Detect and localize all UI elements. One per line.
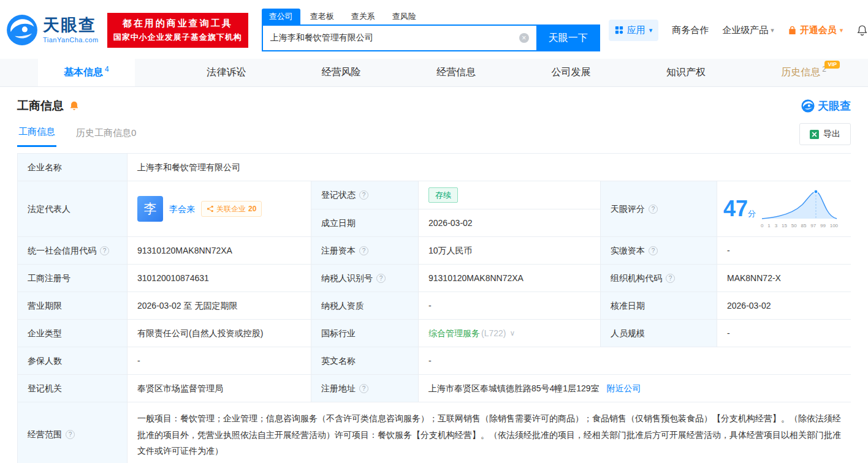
- business-scope-value: 一般项目：餐饮管理；企业管理；信息咨询服务（不含许可类信息咨询服务）；互联网销售…: [127, 402, 851, 463]
- related-companies-badge[interactable]: 关联企业 20: [201, 201, 262, 217]
- help-icon[interactable]: ?: [359, 190, 368, 200]
- reg-capital-value: 10万人民币: [418, 237, 600, 264]
- tab-intellectual-property[interactable]: 知识产权: [663, 59, 709, 86]
- tianyancha-watermark-text: 天眼查: [818, 99, 851, 113]
- vip-upgrade-label: 开通会员: [800, 24, 837, 36]
- tab-company-development[interactable]: 公司发展: [547, 59, 594, 86]
- table-row: 工商注册号 310120010874631 纳税人识别号? 91310120MA…: [18, 264, 850, 292]
- notifications-bell-icon[interactable]: [856, 24, 868, 36]
- tab-history-info-label: 历史信息: [781, 66, 820, 79]
- clear-icon[interactable]: ×: [519, 33, 529, 43]
- tab-history-info[interactable]: 历史信息 2 VIP: [777, 59, 830, 86]
- nav-enterprise[interactable]: 企业级产品 ▾: [722, 24, 774, 36]
- company-type-value: 有限责任公司(自然人投资或控股): [127, 320, 311, 347]
- nearby-companies-link[interactable]: 附近公司: [607, 382, 641, 395]
- help-icon[interactable]: ?: [666, 274, 675, 283]
- reg-authority-value: 奉贤区市场监督管理局: [127, 375, 311, 402]
- approval-date-value: 2026-03-02: [717, 292, 851, 319]
- industry-code: (L722): [481, 327, 506, 340]
- org-code-value: MAK8NN72-X: [717, 265, 851, 292]
- table-row: 企业名称 上海李和餐饮管理有限公司: [18, 154, 850, 181]
- establish-date-value: 2026-03-02: [418, 209, 600, 236]
- tianyancha-watermark: 天眼查: [801, 99, 851, 113]
- table-row: 营业期限 2026-03-02 至 无固定期限 纳税人资质 - 核准日期 202…: [18, 292, 850, 319]
- industry-name: 综合管理服务: [428, 327, 480, 340]
- search-button[interactable]: 天眼一下: [536, 24, 600, 51]
- site-header: 天眼查 TianYanCha.com 都在用的商业查询工具 国家中小企业发展子基…: [0, 0, 868, 59]
- business-scope-label: 经营范围?: [18, 402, 127, 463]
- chevron-down-icon: ▾: [840, 26, 843, 34]
- business-term-label: 营业期限: [18, 292, 127, 319]
- search-input-wrap: ×: [262, 24, 536, 51]
- search-tab-boss[interactable]: 查老板: [303, 9, 341, 24]
- help-icon[interactable]: ?: [66, 430, 75, 439]
- industry-label: 国标行业: [311, 320, 418, 347]
- search-tab-relation[interactable]: 查关系: [344, 9, 383, 24]
- promo-banner-line1: 都在用的商业查询工具: [113, 18, 242, 29]
- vip-badge: VIP: [824, 61, 840, 69]
- tab-basic-info[interactable]: 基本信息 4: [38, 59, 135, 86]
- nav-enterprise-label: 企业级产品: [722, 24, 768, 36]
- vip-upgrade-button[interactable]: 开通会员 ▾: [788, 24, 843, 36]
- table-row: 经营范围? 一般项目：餐饮管理；企业管理；信息咨询服务（不含许可类信息咨询服务）…: [18, 402, 850, 463]
- tianyancha-watermark-icon: [801, 99, 815, 113]
- apps-menu[interactable]: 应用 ▾: [609, 20, 659, 41]
- legal-rep-label: 法定代表人: [18, 181, 127, 236]
- help-icon[interactable]: ?: [359, 384, 368, 393]
- insured-count-value: -: [127, 347, 311, 374]
- promo-banner-line2: 国家中小企业发展子基金旗下机构: [113, 32, 242, 43]
- search-tab-company[interactable]: 查公司: [262, 9, 300, 24]
- tab-company-development-label: 公司发展: [551, 66, 590, 79]
- help-icon[interactable]: ?: [649, 246, 658, 255]
- org-code-label: 组织机构代码?: [600, 265, 717, 292]
- tab-legal-litigation[interactable]: 法律诉讼: [203, 59, 249, 86]
- reg-authority-label: 登记机关: [18, 375, 127, 402]
- legal-rep-value: 李 李会来 关联企业 20: [127, 181, 311, 236]
- chevron-down-icon: ▾: [649, 26, 653, 34]
- export-button[interactable]: 导出: [799, 123, 851, 145]
- reg-address-label: 注册地址?: [311, 375, 418, 402]
- alert-bell-icon[interactable]: [69, 100, 80, 111]
- reg-number-label: 工商注册号: [18, 265, 127, 292]
- english-name-label: 英文名称: [311, 347, 418, 374]
- help-icon[interactable]: ?: [376, 274, 386, 283]
- tab-legal-litigation-label: 法律诉讼: [207, 66, 246, 79]
- export-button-label: 导出: [823, 129, 840, 140]
- company-type-label: 企业类型: [18, 320, 127, 347]
- search-input[interactable]: [262, 24, 536, 51]
- tianyancha-logo-icon: [6, 14, 38, 46]
- subtab-business-info[interactable]: 工商信息: [17, 121, 56, 147]
- tianyancha-logo[interactable]: 天眼查 TianYanCha.com: [6, 14, 99, 46]
- reg-status-value: 存续: [418, 181, 600, 209]
- table-row: 企业类型 有限责任公司(自然人投资或控股) 国标行业 综合管理服务 (L722)…: [18, 319, 850, 347]
- help-icon[interactable]: ?: [100, 246, 109, 255]
- help-icon[interactable]: ?: [649, 205, 658, 214]
- chevron-down-icon: ▾: [771, 26, 774, 34]
- network-icon: [207, 205, 214, 213]
- main-content: 工商信息 天眼查 工商信息 历史工商信息0 导出: [0, 87, 868, 463]
- tab-intellectual-property-label: 知识产权: [666, 66, 706, 79]
- table-row: 统一社会信用代码? 91310120MAK8NN72XA 注册资本? 10万人民…: [18, 236, 850, 264]
- business-info-table: 企业名称 上海李和餐饮管理有限公司 法定代表人 李 李会来 关联企业 20 登记…: [17, 153, 851, 463]
- establish-date-label: 成立日期: [311, 209, 418, 236]
- help-icon[interactable]: ?: [359, 246, 368, 255]
- credit-code-value: 91310120MAK8NN72XA: [127, 237, 311, 264]
- reg-status-label: 登记状态 ?: [311, 181, 418, 209]
- tab-operating-risk[interactable]: 经营风险: [318, 59, 365, 86]
- nav-cooperation[interactable]: 商务合作: [672, 24, 709, 36]
- credit-code-label: 统一社会信用代码?: [18, 237, 127, 264]
- taxpayer-id-label: 纳税人识别号?: [311, 265, 418, 292]
- logo-domain-text: TianYanCha.com: [43, 36, 99, 43]
- reg-number-value: 310120010874631: [127, 265, 311, 292]
- legal-rep-name-link[interactable]: 李会来: [169, 203, 195, 216]
- tab-operating-info[interactable]: 经营信息: [433, 59, 479, 86]
- paid-capital-value: -: [717, 237, 851, 264]
- paid-capital-label: 实缴资本?: [600, 237, 717, 264]
- subtab-history-business-info[interactable]: 历史工商信息0: [75, 122, 137, 146]
- header-right-nav: 应用 ▾ 商务合作 企业级产品 ▾ 开通会员 ▾ 费米: [609, 20, 868, 41]
- legal-rep-avatar[interactable]: 李: [137, 196, 163, 222]
- company-nav-tabs: 基本信息 4 法律诉讼 经营风险 经营信息 公司发展 知识产权 历史信息 2 V…: [0, 59, 868, 87]
- search-tab-risk[interactable]: 查风险: [385, 9, 424, 24]
- chevron-down-icon[interactable]: ∨: [509, 328, 515, 339]
- promo-banner: 都在用的商业查询工具 国家中小企业发展子基金旗下机构: [107, 13, 248, 48]
